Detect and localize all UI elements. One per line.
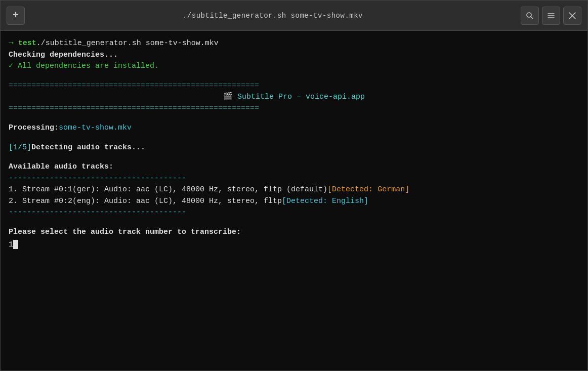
command-text: ./subtitle_generator.sh some-tv-show.mkv xyxy=(36,38,219,50)
step-line: [1/5] Detecting audio tracks... xyxy=(9,142,579,154)
app-title-line: 🎬 Subtitle Pro – voice-api.app xyxy=(9,92,579,103)
title-bar-right xyxy=(521,7,581,25)
prompt-arrow: → xyxy=(9,37,14,49)
spacer3 xyxy=(9,134,579,142)
spacer5 xyxy=(9,219,579,227)
prompt-label: test xyxy=(18,38,36,50)
app-title-text: 🎬 Subtitle Pro – voice-api.app xyxy=(223,92,365,103)
processing-file: some-tv-show.mkv xyxy=(59,122,132,134)
stream2-text: 2. Stream #0:2(eng): Audio: aac (LC), 48… xyxy=(9,196,282,208)
step-label: Detecting audio tracks... xyxy=(31,142,145,154)
search-button[interactable] xyxy=(521,7,539,25)
new-tab-button[interactable]: + xyxy=(7,7,25,25)
dash-separator-1: --------------------------------------- xyxy=(9,173,186,185)
dash-line-1: --------------------------------------- xyxy=(9,173,579,185)
select-prompt-text: Please select the audio track number to … xyxy=(9,227,241,238)
close-button[interactable] xyxy=(563,7,581,25)
processing-line: Processing: some-tv-show.mkv xyxy=(9,122,579,134)
title-bar-left: + xyxy=(7,7,25,25)
checking-text: Checking dependencies... xyxy=(9,50,118,61)
available-text: Available audio tracks: xyxy=(9,161,113,173)
deps-ok-text: ✓ All dependencies are installed. xyxy=(9,61,159,72)
stream2-line: 2. Stream #0:2(eng): Audio: aac (LC), 48… xyxy=(9,196,579,208)
dash-line-2: --------------------------------------- xyxy=(9,207,579,219)
search-icon xyxy=(526,12,534,20)
spacer4 xyxy=(9,153,579,161)
separator-top: ========================================… xyxy=(9,80,579,92)
separator-bottom: ========================================… xyxy=(9,103,579,115)
deps-ok-line: ✓ All dependencies are installed. xyxy=(9,61,579,72)
step-badge: [1/5] xyxy=(9,142,31,154)
svg-line-1 xyxy=(531,17,533,19)
close-icon xyxy=(569,12,576,19)
hamburger-icon xyxy=(547,12,555,20)
command-line: → test ./subtitle_generator.sh some-tv-s… xyxy=(9,37,579,50)
stream2-tag: [Detected: English] xyxy=(282,196,368,208)
stream1-tag: [Detected: German] xyxy=(327,184,409,196)
checking-line: Checking dependencies... xyxy=(9,50,579,61)
select-prompt-line: Please select the audio track number to … xyxy=(9,227,579,238)
menu-button[interactable] xyxy=(542,7,560,25)
spacer1 xyxy=(9,72,579,80)
input-line[interactable]: 1 xyxy=(9,240,579,249)
stream1-text: 1. Stream #0:1(ger): Audio: aac (LC), 48… xyxy=(9,184,327,196)
title-bar: + ./subtitle_generator.sh some-tv-show.m… xyxy=(1,1,587,31)
spacer2 xyxy=(9,114,579,122)
input-value: 1 xyxy=(9,240,13,249)
terminal-body[interactable]: → test ./subtitle_generator.sh some-tv-s… xyxy=(1,31,587,370)
stream1-line: 1. Stream #0:1(ger): Audio: aac (LC), 48… xyxy=(9,184,579,196)
dash-separator-2: --------------------------------------- xyxy=(9,207,186,219)
terminal-window: + ./subtitle_generator.sh some-tv-show.m… xyxy=(0,0,588,371)
processing-label: Processing: xyxy=(9,122,59,134)
cursor-block xyxy=(13,240,18,249)
available-line: Available audio tracks: xyxy=(9,161,579,173)
window-title: ./subtitle_generator.sh some-tv-show.mkv xyxy=(25,12,521,20)
